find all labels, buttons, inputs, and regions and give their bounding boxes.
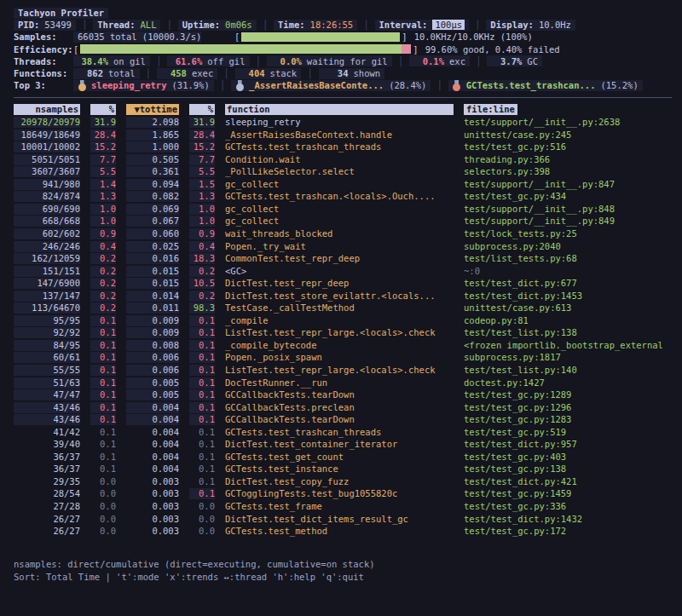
cell-direct-pct: 0.1 xyxy=(90,427,116,438)
column-header-direct-pct[interactable]: % xyxy=(90,104,116,115)
cell-function: DictTest.test_repr_deep xyxy=(225,278,454,289)
separator-bar: │ xyxy=(363,20,368,30)
cell-tottime: 0.009 xyxy=(126,327,179,338)
cell-file-line: test/test_dict.py:1432 xyxy=(464,514,672,525)
cell-function: GCTests.test_trashcan_threads xyxy=(225,141,454,153)
metric-label: on gil xyxy=(113,56,146,66)
column-header-function[interactable]: function xyxy=(225,104,454,115)
cell-function: ListTest.test_repr_large.<locals>.check xyxy=(225,365,454,376)
cell-function: DictTest.test_copy_fuzz xyxy=(225,476,454,487)
bar-open-bracket: [ xyxy=(73,44,78,55)
stat-value: 100µs xyxy=(432,20,465,30)
cell-nsamples: 28/54 xyxy=(14,488,80,499)
threads-segments: 38.4%on gil│61.6%off gil│0.0%waiting for… xyxy=(73,55,542,66)
cell-file-line: test/test_gc.py:403 xyxy=(464,452,672,463)
app-title: Tachyon Profiler xyxy=(14,8,108,19)
cell-nsamples: 10001/10002 xyxy=(14,141,80,153)
cell-tottime: 0.008 xyxy=(126,340,179,351)
title-row: Tachyon Profiler xyxy=(14,7,672,19)
efficiency-label: Efficiency: xyxy=(14,44,73,55)
section-divider xyxy=(14,97,672,98)
cell-tottime: 0.067 xyxy=(126,216,179,227)
cell-file-line: <frozen importlib._bootstrap_external xyxy=(464,340,672,351)
cell-function: wait_threads_blocked xyxy=(225,228,454,239)
cell-direct-pct: 28.4 xyxy=(90,130,116,141)
cell-nsamples: 137/147 xyxy=(14,291,80,302)
cell-direct-pct: 0.1 xyxy=(90,402,116,413)
stat-chip-thread: Thread:ALL xyxy=(93,20,160,31)
cell-cumulative-pct: 0.1 xyxy=(189,340,215,351)
cell-function: GCTogglingTests.test_bug1055820c xyxy=(225,488,454,499)
cell-function: <GC> xyxy=(225,266,454,277)
stat-label: Interval: xyxy=(379,20,428,30)
cell-direct-pct: 15.2 xyxy=(90,141,116,153)
cell-direct-pct: 1.4 xyxy=(90,179,116,190)
cell-nsamples: 20978/20979 xyxy=(14,117,80,128)
cell-function: GCTests.test_instance xyxy=(225,463,454,475)
top3-label: Top 3: xyxy=(14,80,73,90)
metric-chip: 34shown xyxy=(319,68,385,79)
cell-direct-pct: 1.0 xyxy=(90,204,116,215)
metric-chip: 862total xyxy=(73,68,140,79)
cell-cumulative-pct: 1.0 xyxy=(189,204,215,215)
cell-direct-pct: 0.2 xyxy=(90,253,116,264)
metric-label: waiting for gil xyxy=(307,56,388,66)
table-row: 26/27 0.0 0.003 0.0 GCTests.test_method … xyxy=(14,525,672,538)
cell-tottime: 0.004 xyxy=(126,414,179,425)
cell-direct-pct: 0.9 xyxy=(90,228,116,239)
cell-nsamples: 47/47 xyxy=(14,389,80,400)
cell-function: gc_collect xyxy=(225,179,454,190)
separator-bar: │ xyxy=(475,20,480,30)
table-row: 10001/10002 15.2 1.000 15.2 GCTests.test… xyxy=(14,141,672,153)
metric-value: 61.6% xyxy=(171,56,202,66)
metric-label: total xyxy=(108,68,136,78)
metric-chip: 38.4%on gil xyxy=(73,55,150,66)
cell-tottime: 0.006 xyxy=(126,352,179,363)
cell-direct-pct: 0.1 xyxy=(90,463,116,475)
cell-tottime: 1.000 xyxy=(126,141,179,153)
cell-function: GCCallbackTests.preclean xyxy=(225,402,454,413)
cell-tottime: 0.094 xyxy=(126,179,179,190)
cell-direct-pct: 0.2 xyxy=(90,291,116,302)
cell-cumulative-pct: 0.1 xyxy=(189,352,215,363)
cell-nsamples: 36/37 xyxy=(14,452,80,463)
separator-bar: │ xyxy=(476,56,481,66)
cell-nsamples: 18649/18649 xyxy=(14,130,80,141)
metric-value: 862 xyxy=(78,68,103,78)
cell-function: GCTests.test_frame xyxy=(225,501,454,512)
cell-function: _AssertRaisesBaseContext.handle xyxy=(225,130,454,141)
footer: nsamples: direct/cumulative (direct=exec… xyxy=(14,558,672,583)
cell-tottime: 0.004 xyxy=(126,439,179,450)
cell-tottime: 0.003 xyxy=(126,488,179,499)
column-header-file-line[interactable]: file:line xyxy=(464,104,517,115)
stat-label: Display: xyxy=(490,20,534,30)
cell-function: gc_collect xyxy=(225,204,454,215)
cell-cumulative-pct: 0.1 xyxy=(189,315,215,326)
metric-label: off gil xyxy=(207,56,245,66)
table-row: 137/147 0.2 0.014 0.2 DictTest.test_stor… xyxy=(14,290,672,302)
cell-cumulative-pct: 0.2 xyxy=(189,291,215,302)
cell-nsamples: 246/246 xyxy=(14,241,80,252)
cell-cumulative-pct: 1.0 xyxy=(189,216,215,227)
column-header-nsamples[interactable]: nsamples xyxy=(14,104,80,115)
column-header-tottime-sorted[interactable]: ▼tottime xyxy=(126,104,179,115)
efficiency-row: Efficiency: [ ] 99.60% good, 0.40% faile… xyxy=(14,43,672,55)
stat-label: Thread: xyxy=(97,20,135,30)
cell-function: GCTests.test_trashcan.<locals>.Ouch.... xyxy=(225,191,454,202)
cell-tottime: 0.003 xyxy=(126,514,179,525)
cell-cumulative-pct: 7.7 xyxy=(189,154,215,165)
footer-legend: nsamples: direct/cumulative (direct=exec… xyxy=(14,558,672,571)
table-row: 84/95 0.1 0.008 0.1 _compile_bytecode <f… xyxy=(14,339,672,352)
stat-label: Uptime: xyxy=(182,20,220,30)
cell-file-line: test/test_dict.py:677 xyxy=(464,278,672,289)
column-header-cumulative-pct[interactable]: % xyxy=(189,104,215,115)
metric-value: 458 xyxy=(161,68,187,78)
table-row: 95/95 0.1 0.009 0.1 _compile codeop.py:8… xyxy=(14,314,672,327)
gold-medal-icon xyxy=(78,80,86,91)
cell-direct-pct: 0.0 xyxy=(90,526,116,537)
samples-row: Samples: 66035 total (10000.3/s) [ ] 10.… xyxy=(14,31,672,43)
cell-cumulative-pct: 0.1 xyxy=(189,488,215,499)
cell-nsamples: 3607/3607 xyxy=(14,166,80,177)
cell-direct-pct: 0.1 xyxy=(90,352,116,363)
cell-nsamples: 824/874 xyxy=(14,191,80,202)
